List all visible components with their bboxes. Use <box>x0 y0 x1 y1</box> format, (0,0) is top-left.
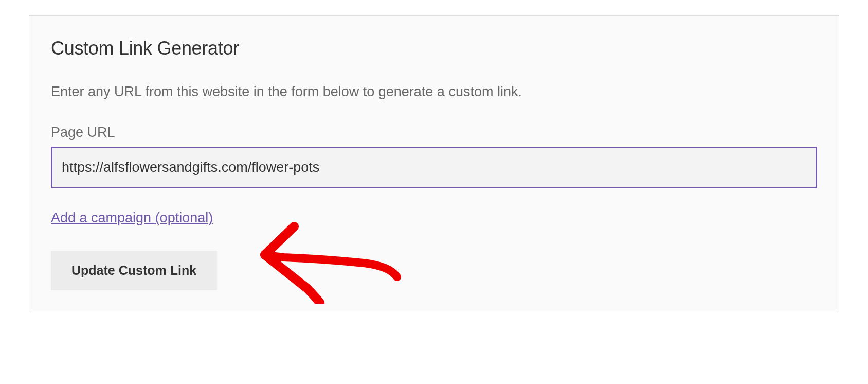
page-url-label: Page URL <box>51 125 817 141</box>
panel-title: Custom Link Generator <box>51 38 817 59</box>
page-url-input[interactable] <box>51 147 817 188</box>
add-campaign-link[interactable]: Add a campaign (optional) <box>51 210 213 226</box>
update-custom-link-button[interactable]: Update Custom Link <box>51 251 217 290</box>
instruction-text: Enter any URL from this website in the f… <box>51 84 817 100</box>
custom-link-generator-panel: Custom Link Generator Enter any URL from… <box>29 15 839 312</box>
